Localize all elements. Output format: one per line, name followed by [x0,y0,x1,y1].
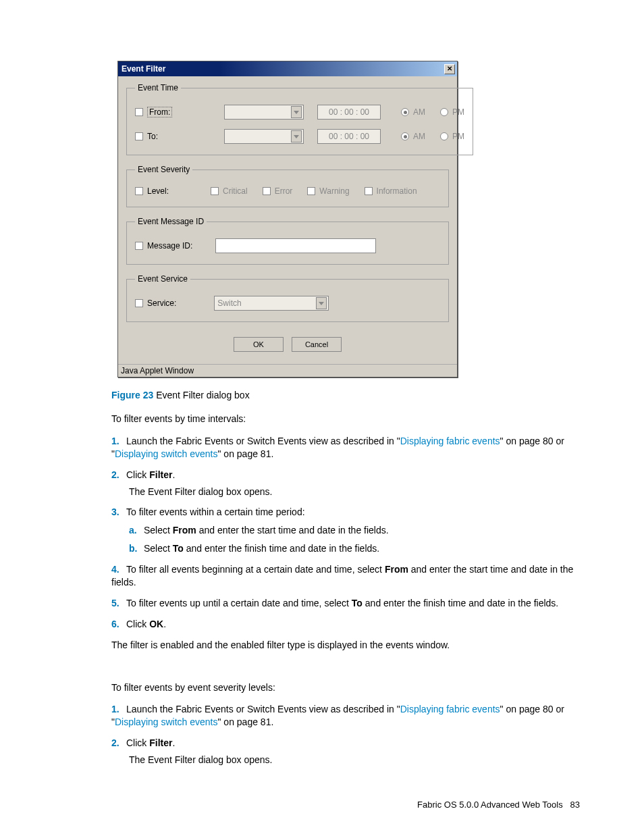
list-item: Click OK. [111,618,580,631]
dialog-title: Event Filter [122,64,165,74]
critical-label: Critical [223,186,248,196]
from-am-label: AM [413,107,425,117]
link-fabric-events[interactable]: Displaying fabric events [400,704,500,714]
list-item: Select To and enter the finish time and … [129,542,580,555]
ok-button[interactable]: OK [234,337,284,352]
link-switch-events[interactable]: Displaying switch events [115,448,218,459]
service-combo[interactable]: Switch [214,296,329,311]
info-label: Information [377,186,417,196]
link-fabric-events[interactable]: Displaying fabric events [400,436,500,446]
to-am-label: AM [413,132,425,141]
to-pm-label: PM [452,132,464,141]
error-checkbox[interactable] [263,187,271,195]
chevron-down-icon [291,106,302,118]
close-icon[interactable]: ✕ [444,64,455,74]
from-pm-radio[interactable] [440,108,448,116]
list-item: Select From and enter the start time and… [129,524,580,537]
page-number: 83 [570,800,580,810]
info-checkbox[interactable] [365,187,373,195]
event-severity-group: Event Severity Level: Critical Error War… [126,165,449,207]
list-item: Click Filter. The Event Filter dialog bo… [111,737,580,766]
service-checkbox[interactable] [135,299,143,307]
level-label: Level: [147,186,169,196]
footer-text: Fabric OS 5.0.0 Advanced Web Tools [417,800,563,810]
from-checkbox[interactable] [135,108,143,116]
figure-text: Event Filter dialog box [153,390,249,400]
warning-checkbox[interactable] [307,187,315,195]
from-label: From: [147,107,172,118]
event-time-legend: Event Time [135,83,181,93]
to-date-combo[interactable] [224,129,304,144]
from-time-input[interactable]: 00 : 00 : 00 [317,105,381,120]
list-item: Launch the Fabric Events or Switch Event… [111,703,580,729]
from-pm-label: PM [452,107,464,117]
critical-checkbox[interactable] [211,187,219,195]
list-item: Click Filter. The Event Filter dialog bo… [111,469,580,498]
message-id-label: Message ID: [147,241,192,251]
to-time-input[interactable]: 00 : 00 : 00 [317,129,381,144]
level-checkbox[interactable] [135,187,143,195]
error-label: Error [275,186,293,196]
event-filter-dialog: Event Filter ✕ Event Time From: 00 : 00 … [117,61,458,377]
to-am-radio[interactable] [401,132,409,140]
title-bar: Event Filter ✕ [118,61,457,76]
steps-list-1: Launch the Fabric Events or Switch Event… [111,435,580,631]
steps-list-2: Launch the Fabric Events or Switch Event… [111,703,580,766]
to-label: To: [147,132,158,141]
to-checkbox[interactable] [135,132,143,140]
warning-label: Warning [319,186,349,196]
figure-number: Figure 23 [111,390,153,400]
list-item: To filter events up until a certain date… [111,597,580,610]
list-item: Launch the Fabric Events or Switch Event… [111,435,580,461]
page-footer: Fabric OS 5.0.0 Advanced Web Tools 83 [0,800,644,810]
event-message-group: Event Message ID Message ID: [126,217,449,265]
list-item: To filter events within a certain time p… [111,506,580,555]
from-date-combo[interactable] [224,105,304,120]
applet-status: Java Applet Window [118,364,457,377]
event-message-legend: Event Message ID [135,217,207,226]
link-switch-events[interactable]: Displaying switch events [115,716,218,727]
from-am-radio[interactable] [401,108,409,116]
message-id-input[interactable] [215,238,376,253]
event-severity-legend: Event Severity [135,165,192,174]
message-id-checkbox[interactable] [135,242,143,250]
cancel-button[interactable]: Cancel [292,337,342,352]
service-label: Service: [147,298,176,308]
to-pm-radio[interactable] [440,132,448,140]
after-para-1: The filter is enabled and the enabled fi… [111,639,580,652]
intro-para-1: To filter events by time intervals: [111,413,580,425]
list-item: To filter all events beginning at a cert… [111,563,580,589]
event-service-group: Event Service Service: Switch [126,274,449,322]
event-service-legend: Event Service [135,274,190,284]
intro-para-2: To filter events by event severity level… [111,681,580,694]
event-time-group: Event Time From: 00 : 00 : 00 AM PM [126,83,473,155]
chevron-down-icon [291,130,302,142]
figure-caption: Figure 23 Event Filter dialog box [111,390,580,400]
chevron-down-icon [316,297,327,309]
service-value: Switch [217,298,241,308]
